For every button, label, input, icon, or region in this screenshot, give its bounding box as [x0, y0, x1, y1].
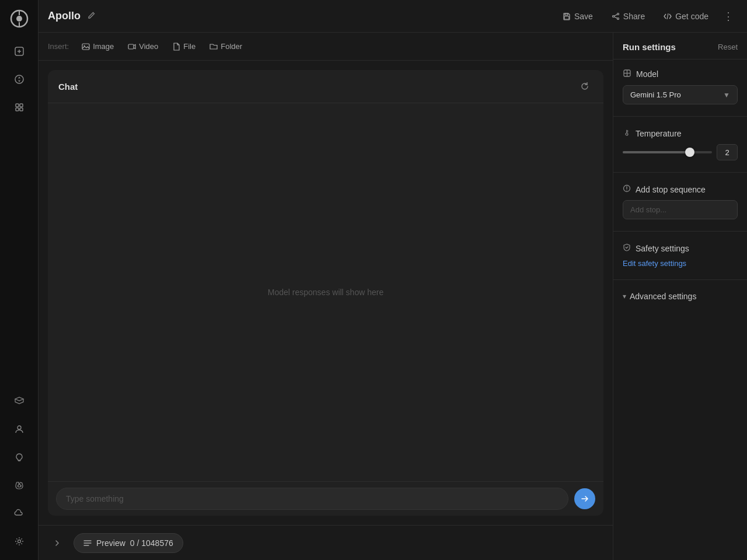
svg-point-42: [626, 190, 627, 190]
reset-button[interactable]: Reset: [718, 43, 738, 51]
advanced-settings-label: Advanced settings: [630, 292, 696, 301]
model-selected-value: Gemini 1.5 Pro: [630, 90, 681, 99]
safety-label: Safety settings: [636, 244, 689, 253]
model-select[interactable]: Gemini 1.5 Pro ▼: [623, 85, 738, 104]
status-bar: Preview 0 / 1048576: [39, 525, 613, 560]
svg-rect-11: [20, 104, 23, 107]
run-settings-title: Run settings: [623, 42, 676, 52]
insert-video-button[interactable]: Video: [122, 39, 164, 54]
temperature-slider-fill: [623, 151, 690, 153]
insert-toolbar: Insert: Image Video: [39, 33, 613, 61]
chat-input[interactable]: [56, 488, 568, 510]
svg-point-17: [20, 485, 21, 487]
model-dropdown-arrow: ▼: [723, 91, 730, 99]
svg-marker-9: [18, 80, 20, 82]
edit-safety-link[interactable]: Edit safety settings: [623, 259, 738, 268]
advanced-chevron-icon: ▾: [623, 292, 626, 300]
svg-point-21: [617, 13, 619, 15]
divider-3: [613, 231, 747, 232]
chat-send-button[interactable]: [574, 488, 595, 509]
sidebar-item-add[interactable]: [8, 40, 31, 63]
sidebar-item-settings[interactable]: [8, 530, 31, 553]
sidebar-item-ideas[interactable]: [8, 446, 31, 469]
svg-point-18: [18, 540, 20, 543]
svg-point-16: [18, 485, 19, 487]
svg-point-23: [617, 18, 619, 19]
settings-body: Model Gemini 1.5 Pro ▼: [613, 60, 747, 560]
sidebar-item-explore[interactable]: [8, 68, 31, 91]
temperature-header: Temperature: [623, 128, 738, 138]
more-options-button[interactable]: ⋮: [719, 7, 738, 26]
chat-title: Chat: [58, 82, 78, 92]
preview-label: Preview: [96, 538, 125, 548]
svg-point-14: [18, 426, 21, 429]
stop-sequence-header: Add stop sequence: [623, 184, 738, 194]
stop-sequence-input[interactable]: [623, 200, 738, 219]
svg-point-36: [626, 133, 628, 135]
temperature-icon: [623, 128, 631, 138]
sidebar-item-people[interactable]: [8, 418, 31, 441]
svg-rect-12: [16, 108, 19, 111]
insert-label: Insert:: [48, 42, 69, 51]
sidebar-bottom: [8, 390, 31, 553]
expand-sidebar-button[interactable]: [48, 534, 67, 552]
safety-header: Safety settings: [623, 243, 738, 253]
model-header: Model: [623, 69, 738, 79]
temperature-value: 2: [717, 144, 738, 160]
sidebar-item-discord[interactable]: [8, 474, 31, 497]
temperature-slider-thumb[interactable]: [685, 148, 694, 157]
svg-rect-20: [564, 16, 569, 19]
preview-button[interactable]: Preview 0 / 1048576: [74, 533, 183, 553]
insert-folder-button[interactable]: Folder: [204, 39, 248, 54]
divider-1: [613, 116, 747, 117]
svg-line-24: [614, 14, 617, 16]
stop-sequence-section: Add stop sequence: [623, 184, 738, 219]
model-label: Model: [636, 69, 658, 79]
chat-input-area: [48, 481, 603, 516]
main-container: Apollo Save: [39, 0, 747, 560]
svg-line-26: [667, 13, 668, 19]
advanced-settings-row[interactable]: ▾ Advanced settings: [623, 292, 738, 301]
topbar-actions: Save Share Get code: [554, 7, 738, 26]
svg-rect-13: [20, 108, 23, 111]
content-area: Insert: Image Video: [39, 33, 747, 560]
safety-section: Safety settings Edit safety settings: [623, 243, 738, 268]
refresh-chat-button[interactable]: [577, 78, 593, 94]
prompt-area: Insert: Image Video: [39, 33, 613, 560]
edit-title-icon[interactable]: [88, 11, 96, 21]
model-icon: [623, 69, 631, 79]
model-section: Model Gemini 1.5 Pro ▼: [623, 69, 738, 104]
temperature-slider-track: [623, 151, 712, 153]
divider-4: [613, 279, 747, 280]
insert-file-button[interactable]: File: [166, 39, 201, 54]
insert-image-button[interactable]: Image: [76, 39, 120, 54]
divider-2: [613, 172, 747, 173]
temperature-label: Temperature: [636, 129, 682, 138]
temperature-row: 2: [623, 144, 738, 160]
page-title: Apollo: [48, 10, 81, 22]
svg-point-1: [16, 16, 22, 22]
save-button[interactable]: Save: [554, 8, 601, 24]
svg-rect-19: [565, 13, 568, 15]
svg-point-22: [612, 15, 614, 17]
sidebar: [0, 0, 39, 560]
svg-rect-27: [82, 44, 89, 50]
app-logo[interactable]: [8, 7, 31, 30]
topbar: Apollo Save: [39, 0, 747, 33]
sidebar-item-learn[interactable]: [8, 390, 31, 413]
share-button[interactable]: Share: [603, 8, 653, 24]
chat-header: Chat: [48, 70, 603, 103]
svg-marker-8: [18, 76, 20, 79]
chat-panel: Chat Model responses will show here: [48, 70, 603, 516]
svg-line-25: [614, 16, 617, 18]
sidebar-item-build[interactable]: [8, 96, 31, 119]
chat-empty-state: Model responses will show here: [48, 103, 603, 481]
stop-sequence-icon: [623, 184, 631, 194]
temperature-section: Temperature 2: [623, 128, 738, 160]
svg-rect-10: [16, 104, 19, 107]
svg-rect-29: [128, 44, 134, 49]
get-code-button[interactable]: Get code: [655, 8, 717, 24]
sidebar-item-cloud[interactable]: [8, 502, 31, 525]
run-settings-header: Run settings Reset: [613, 33, 747, 60]
right-panel: Run settings Reset Model: [613, 33, 747, 560]
